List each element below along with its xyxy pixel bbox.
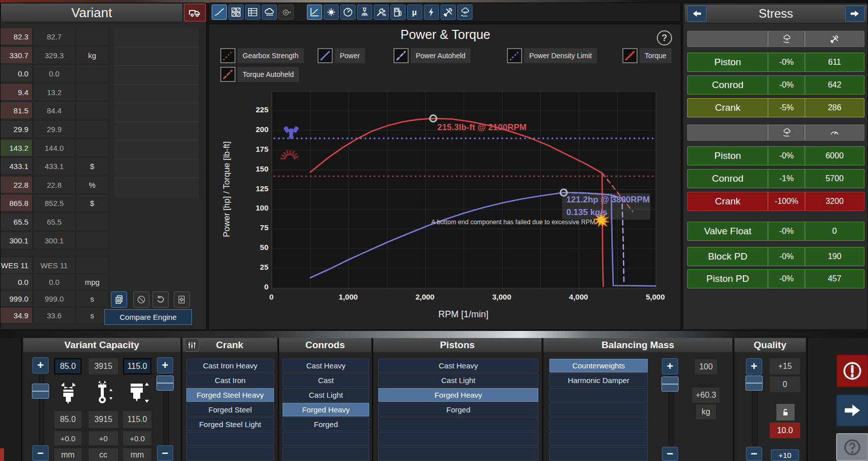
bore-minus-button[interactable]: −: [32, 445, 49, 461]
x-tick-label: 1,000: [328, 292, 369, 301]
tab-efficiency[interactable]: %: [374, 5, 389, 20]
crank-option[interactable]: Forged Steel Light: [186, 417, 274, 431]
compare-engine-button[interactable]: Compare Engine: [104, 309, 192, 325]
knock-icon: [326, 7, 337, 18]
prev-panel-button[interactable]: [687, 6, 706, 22]
stress-row-block-pd: Block PD -0% 190: [687, 247, 864, 266]
undo-button[interactable]: [152, 291, 169, 308]
tab-power-curve[interactable]: [212, 5, 227, 20]
disable-button[interactable]: [133, 291, 149, 308]
piston-option[interactable]: [378, 417, 538, 431]
capacity-unit: cc: [89, 448, 118, 461]
stroke-minus-button[interactable]: −: [157, 445, 173, 461]
quality-slider-handle[interactable]: [745, 375, 763, 391]
stat-value-a: 29.9: [1, 121, 32, 137]
tab-rpm[interactable]: [340, 5, 356, 20]
stat-value-a: 22.8: [1, 177, 32, 193]
y-tick-label: 175: [248, 145, 268, 153]
quality-bottom-value[interactable]: +10: [771, 449, 799, 461]
piston-option[interactable]: [378, 432, 538, 446]
turbo-icon: [281, 7, 292, 18]
help-button[interactable]: ?: [657, 30, 672, 46]
stat-value-a: 65.5: [1, 214, 32, 230]
empty-stat-row: [114, 159, 199, 178]
piston-option[interactable]: [378, 447, 538, 460]
conrod-option[interactable]: Forged: [283, 417, 369, 431]
tab-knock[interactable]: [324, 5, 339, 20]
engine-designer-screen: Variant 82.3 82.7 330.7 329.3 kg 0.0 0.0…: [0, 0, 868, 461]
vehicle-lock-button[interactable]: [184, 4, 206, 22]
tab-electrics[interactable]: [424, 5, 439, 20]
balancing-minus-button[interactable]: −: [662, 447, 678, 461]
tab-fuel[interactable]: [390, 5, 406, 20]
tab-table-view[interactable]: [245, 5, 260, 20]
tab-fuel-spray[interactable]: [357, 5, 372, 20]
stroke-plus-button[interactable]: +: [157, 357, 173, 373]
document-copy-icon: [114, 295, 124, 305]
legend-gearbox-strength[interactable]: Gearbox Strength: [220, 48, 304, 63]
quality-minus-button[interactable]: −: [746, 447, 762, 461]
help-button-bottom[interactable]: [836, 433, 868, 461]
quality-lock-button[interactable]: [776, 404, 795, 421]
piston-option[interactable]: Cast Light: [378, 373, 538, 387]
crank-option-selected[interactable]: Forged Steel Heavy: [186, 388, 274, 402]
legend-torque-autoheld[interactable]: Torque Autoheld: [220, 67, 299, 82]
legend-power[interactable]: Power: [318, 48, 365, 63]
graph-axis-icon: [309, 7, 320, 18]
dyno-plot[interactable]: [271, 91, 656, 289]
stroke-value-input[interactable]: 115.0: [123, 358, 151, 374]
tab-turbo[interactable]: [279, 5, 294, 20]
balancing-option[interactable]: [549, 403, 648, 416]
balancing-option[interactable]: [549, 447, 648, 460]
preset-doc-button[interactable]: [174, 291, 190, 308]
balancing-option-selected[interactable]: Counterweights: [549, 359, 648, 372]
stroke-slider-handle[interactable]: [156, 375, 174, 391]
bore-plus-button[interactable]: +: [32, 357, 49, 373]
balancing-plus-button[interactable]: +: [662, 358, 678, 374]
conrod-option[interactable]: Cast Light: [283, 388, 369, 402]
conrod-option[interactable]: Cast: [283, 373, 369, 387]
legend-power-autoheld[interactable]: Power Autoheld: [393, 48, 470, 63]
balancing-option[interactable]: [549, 388, 648, 402]
legend-torque[interactable]: Torque: [622, 48, 672, 63]
conrod-option-selected[interactable]: Forged Heavy: [283, 403, 369, 416]
bore-value-input[interactable]: 85.0: [54, 358, 82, 374]
piston-option[interactable]: Forged: [378, 403, 538, 416]
tab-smoke[interactable]: [262, 5, 277, 20]
conrod-option[interactable]: Cast Heavy: [283, 359, 369, 372]
crank-option[interactable]: [186, 447, 274, 460]
tab-friction[interactable]: μ: [407, 5, 422, 20]
next-step-button[interactable]: [836, 394, 868, 427]
piston-option[interactable]: Cast Heavy: [378, 359, 538, 372]
stress-pct: -0%: [768, 270, 805, 288]
crank-option[interactable]: Cast Iron: [186, 373, 274, 387]
gear-icon: [280, 148, 299, 160]
table-view-icon: [247, 7, 258, 18]
tab-service[interactable]: [441, 5, 456, 20]
bore-slider-handle[interactable]: [32, 384, 49, 399]
tools-icon: [805, 31, 864, 47]
empty-stat-row: [114, 28, 199, 47]
y-tick-label: 75: [248, 223, 268, 232]
chart-annotation: 215.3lb-ft @ 2100RPM: [437, 122, 526, 133]
crank-option[interactable]: [186, 432, 274, 446]
stat-value-b: 22.8: [34, 177, 74, 193]
quality-plus-button[interactable]: +: [746, 358, 762, 374]
balancing-option[interactable]: Harmonic Damper: [549, 373, 648, 387]
notes-button[interactable]: [111, 291, 127, 308]
piston-option-selected[interactable]: Forged Heavy: [378, 388, 538, 402]
balancing-slider-handle[interactable]: [661, 376, 679, 392]
conrod-option[interactable]: [283, 432, 369, 446]
next-panel-button[interactable]: [845, 6, 864, 22]
tab-dyno-graph[interactable]: [307, 5, 322, 20]
balancing-option[interactable]: [549, 432, 648, 446]
crank-option[interactable]: Forged Steel: [186, 403, 274, 416]
tab-quad-view[interactable]: [228, 5, 244, 20]
balancing-option[interactable]: [549, 417, 648, 431]
crank-option[interactable]: Cast Iron Heavy: [186, 359, 274, 372]
conrod-option[interactable]: [283, 447, 369, 460]
problems-button[interactable]: [836, 354, 868, 388]
tab-emissions[interactable]: [457, 5, 472, 20]
tuning-link-button[interactable]: [185, 339, 199, 352]
legend-power-density-limit[interactable]: Power Density Limit: [507, 48, 597, 63]
